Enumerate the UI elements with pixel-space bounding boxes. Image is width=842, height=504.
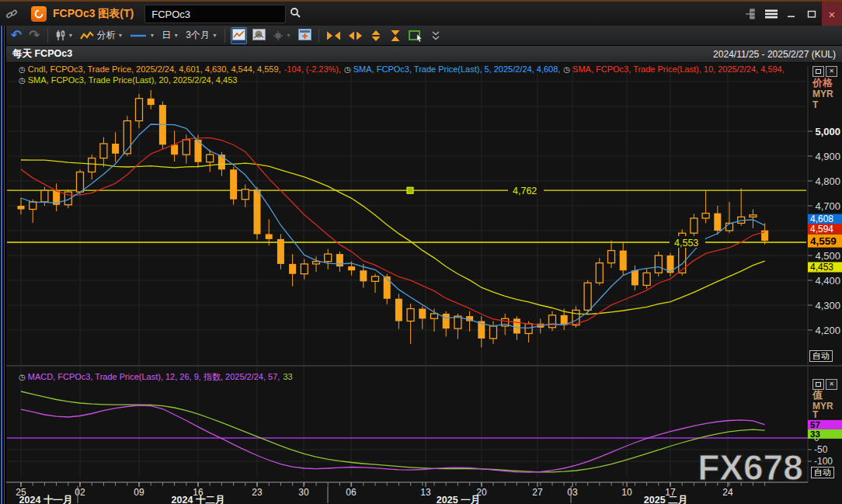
axis-badge-4,453: 4,453 (808, 262, 842, 273)
chart-title: 每天 FCPOc3 (12, 47, 72, 61)
svg-text:13: 13 (420, 487, 431, 498)
close-panel-icon[interactable]: ✕ (826, 379, 837, 390)
toolbar-separator (318, 29, 319, 43)
compress-vertical-icon[interactable] (388, 27, 403, 44)
svg-text:4,300: 4,300 (815, 300, 840, 311)
price-legend-row-1[interactable]: Cndl, FCPOc3, Trade Price, 2025/2/24, 4,… (19, 64, 788, 74)
toolbar-separator (47, 29, 48, 43)
svg-text:4,559: 4,559 (810, 235, 837, 247)
price-axis-unit: T (812, 99, 833, 110)
clock-icon (19, 75, 28, 85)
dock-edge-strip[interactable] (0, 26, 6, 504)
price-panel-icons: ✕ (812, 66, 837, 77)
svg-text:2025 二月: 2025 二月 (644, 495, 687, 504)
svg-text:-50: -50 (814, 444, 828, 455)
macd-axis-title: 值 (812, 390, 833, 401)
svg-text:06: 06 (346, 487, 357, 498)
macd-axis-title-block: 值 MYR T (812, 390, 833, 418)
zoom-select-tool[interactable] (407, 27, 426, 44)
watermark: FX678 (698, 447, 803, 488)
macd-legend-row[interactable]: MACD, FCPOc3, Trade Price(Last), 12, 26,… (19, 371, 296, 383)
svg-text:2025 一月: 2025 一月 (437, 495, 480, 504)
price-autoscale-button[interactable]: 自动 (809, 350, 833, 362)
svg-text:4,800: 4,800 (815, 176, 840, 187)
restore-panel-icon[interactable] (812, 66, 824, 77)
analysis-menu[interactable]: 分析▼ (78, 27, 124, 44)
candle-legend: Cndl, FCPOc3, Trade Price, 2025/2/24, 4,… (28, 64, 281, 74)
clock-icon (344, 64, 353, 74)
svg-text:4,762: 4,762 (513, 186, 537, 196)
period-menu[interactable]: 日▼ (160, 27, 180, 44)
window-title: FCPOc3 图表(T) (53, 7, 134, 21)
candle-change: -104, (-2.23%), (284, 64, 341, 74)
macd-legend: MACD, FCPOc3, Trade Price(Last), 12, 26,… (28, 372, 280, 381)
chart-date-range: 2024/11/25 - 2025/2/27 (KUL) (713, 49, 836, 60)
svg-text:03: 03 (567, 487, 578, 498)
svg-text:4,700: 4,700 (815, 200, 840, 212)
svg-text:23: 23 (252, 487, 263, 498)
clock-icon (19, 64, 28, 74)
svg-text:4,200: 4,200 (815, 325, 840, 336)
sma5-legend: SMA, FCPOc3, Trade Price(Last), 5, 2025/… (353, 64, 561, 74)
macd-signal-value: 33 (283, 372, 292, 381)
macd-autoscale-button[interactable]: 自动 (811, 467, 834, 478)
clock-icon (563, 64, 572, 74)
security-search-box[interactable] (144, 5, 286, 23)
annotation-label-4553[interactable]: 4,553 (670, 236, 705, 249)
link-icon[interactable] (0, 8, 23, 20)
add-panel-button[interactable] (297, 27, 313, 44)
svg-text:5,000: 5,000 (815, 126, 840, 137)
search-input[interactable] (150, 8, 290, 21)
price-axis-title-block: 价格 MYR T (812, 78, 833, 110)
app-icon (31, 6, 47, 22)
chart-type-button[interactable] (231, 27, 247, 44)
svg-text:09: 09 (134, 487, 144, 498)
close-button[interactable]: × (822, 2, 842, 26)
axis-badge-33: 33 (808, 429, 842, 439)
zoom-in-horizontal-icon[interactable] (346, 27, 364, 44)
axis-badge-4,594: 4,594 (808, 224, 842, 235)
svg-text:4,453: 4,453 (810, 262, 833, 273)
annotation-tool-disabled[interactable]: ▼ (271, 27, 293, 44)
search-icon[interactable] (290, 7, 301, 21)
svg-text:24: 24 (722, 487, 733, 498)
svg-text:4,900: 4,900 (815, 151, 840, 162)
terminal-window: 4,7624,5535,0004,9004,8004,7004,5004,400… (0, 0, 842, 504)
more-tools-chevron[interactable] (430, 27, 442, 44)
macd-axis-unit: T (812, 412, 833, 418)
svg-text:10: 10 (621, 487, 632, 498)
undo-button[interactable]: ↶ (9, 27, 23, 44)
svg-text:57: 57 (810, 420, 820, 429)
night-chart-button[interactable] (251, 27, 267, 44)
close-panel-icon[interactable]: ✕ (826, 66, 837, 77)
menu-icon[interactable] (761, 2, 781, 26)
title-bar: FCPOc3 图表(T) (0, 0, 842, 27)
redo-button[interactable]: ↷ (27, 27, 41, 44)
minimize-button[interactable] (781, 2, 802, 26)
sma10-legend: SMA, FCPOc3, Trade Price(Last), 10, 2025… (572, 64, 785, 74)
chart-toolbar: ↶ ↷ ▼ 分析▼ ▼ 日▼ 3个月▼ ▼ (6, 26, 842, 46)
line-style-menu[interactable]: ▼ (128, 27, 156, 44)
restore-panel-icon[interactable] (812, 379, 824, 390)
price-legend-row-2[interactable]: SMA, FCPOc3, Trade Price(Last), 20, 2025… (19, 75, 240, 85)
event-pins-tool[interactable]: ▼ (54, 27, 75, 44)
svg-text:30: 30 (298, 487, 309, 498)
svg-text:4,500: 4,500 (815, 250, 840, 262)
svg-text:2024 十二月: 2024 十二月 (172, 495, 225, 504)
svg-text:4,400: 4,400 (815, 275, 840, 287)
price-axis-title: 价格 (812, 78, 833, 89)
axis-badge-4,559: 4,559 (808, 235, 842, 248)
maximize-button[interactable] (802, 2, 822, 26)
toolbar-separator (224, 29, 225, 43)
svg-text:27: 27 (532, 487, 543, 498)
range-menu[interactable]: 3个月▼ (184, 27, 219, 44)
svg-text:2024 十一月: 2024 十一月 (19, 495, 73, 504)
zoom-out-horizontal-icon[interactable] (325, 27, 343, 44)
clock-icon (19, 372, 28, 381)
workspace-tree-icon[interactable] (741, 2, 761, 26)
expand-vertical-icon[interactable] (368, 27, 384, 44)
svg-text:4,594: 4,594 (810, 224, 833, 235)
svg-text:33: 33 (810, 429, 820, 439)
axis-badge-57: 57 (808, 420, 842, 429)
macd-panel-icons: ✕ (812, 379, 837, 390)
